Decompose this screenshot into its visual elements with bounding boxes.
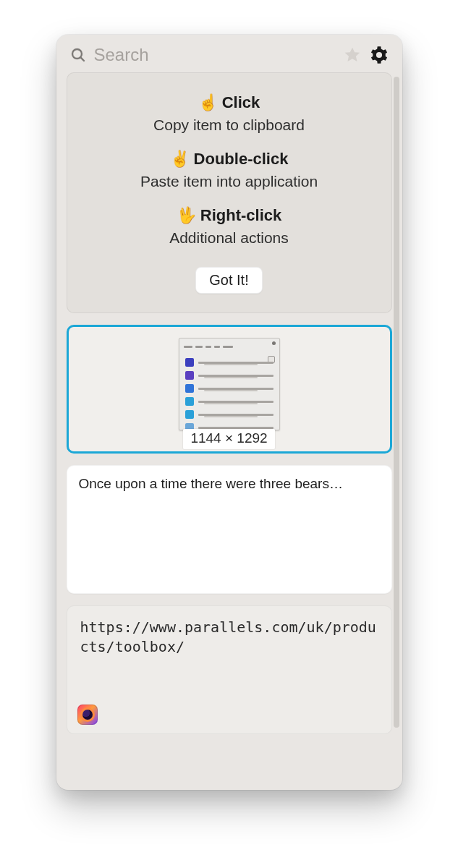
- clipboard-text-content: Once upon a time there were three bears…: [79, 476, 343, 491]
- help-click-sub: Copy item to clipboard: [83, 116, 376, 134]
- got-it-button[interactable]: Got It!: [195, 267, 262, 294]
- header: [56, 35, 402, 72]
- help-right-click-title: Right-click: [200, 206, 281, 224]
- clipboard-history-panel: ☝️Click Copy item to clipboard ✌️Double-…: [56, 35, 402, 790]
- onboarding-card: ☝️Click Copy item to clipboard ✌️Double-…: [67, 72, 392, 313]
- clipboard-item-screenshot[interactable]: 1144 × 1292: [67, 325, 392, 454]
- svg-line-1: [80, 57, 84, 61]
- scrollbar[interactable]: [394, 77, 399, 728]
- help-double-click-sub: Paste item into application: [83, 173, 376, 190]
- gear-icon[interactable]: [369, 45, 389, 65]
- screenshot-dimensions: 1144 × 1292: [183, 429, 274, 449]
- help-double-click: ✌️Double-click Paste item into applicati…: [83, 150, 376, 190]
- help-click-title: Click: [222, 93, 260, 111]
- help-right-click: 🖖Right-click Additional actions: [83, 206, 376, 247]
- body: ☝️Click Copy item to clipboard ✌️Double-…: [56, 72, 402, 790]
- clipboard-item-url[interactable]: https://www.parallels.com/uk/products/to…: [67, 605, 392, 734]
- clipboard-item-text[interactable]: Once upon a time there were three bears…: [67, 465, 392, 594]
- star-icon[interactable]: [343, 46, 362, 64]
- help-double-click-title: Double-click: [194, 150, 289, 168]
- search-input[interactable]: [94, 45, 336, 65]
- victory-hand-icon: ✌️: [170, 150, 190, 168]
- screenshot-thumbnail: [179, 338, 280, 430]
- point-up-icon: ☝️: [198, 93, 218, 111]
- firefox-icon: [77, 705, 98, 725]
- search-icon: [69, 46, 87, 64]
- help-click: ☝️Click Copy item to clipboard: [83, 93, 376, 134]
- vulcan-salute-icon: 🖖: [177, 206, 196, 224]
- clipboard-url-content: https://www.parallels.com/uk/products/to…: [80, 618, 376, 655]
- help-right-click-sub: Additional actions: [83, 229, 376, 247]
